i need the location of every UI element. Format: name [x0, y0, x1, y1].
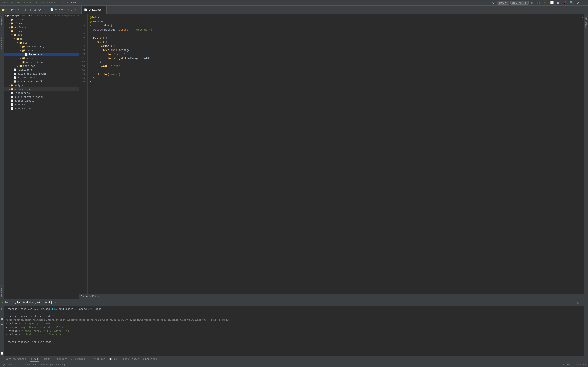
tree-item-hvigor-root[interactable]: ▶ 📁 hvigor: [4, 83, 79, 87]
tree-item-entry[interactable]: ▼ 📁 entry: [4, 29, 79, 33]
tree-item-gitignore-entry[interactable]: 📄 .gitignore: [4, 68, 79, 72]
tree-item-src[interactable]: ▼ 📁 src: [4, 33, 79, 37]
run-button[interactable]: ▶: [530, 0, 534, 5]
gear-icon-btn[interactable]: ⚙: [37, 8, 42, 12]
breadcrumb-index[interactable]: Index: [81, 295, 88, 298]
bottom-tab-log[interactable]: 📋 Log: [107, 357, 119, 361]
tree-item-hvigorfile-root[interactable]: 📄 hvigorfile.ts: [4, 99, 79, 103]
profile-button[interactable]: ⚡: [543, 1, 548, 5]
editor-tabs-menu-button[interactable]: ⋯: [582, 8, 586, 12]
bottom-tab-version-control[interactable]: ⬆ Version Control: [2, 357, 29, 361]
bottom-tab-todo[interactable]: ☑ TODO: [40, 357, 51, 361]
breadcrumb-item-2[interactable]: src: [35, 1, 39, 4]
tree-item-resources[interactable]: ▶ 📁 resources: [4, 56, 79, 60]
tree-label-ohpackage: oh-package.json5: [17, 80, 42, 83]
breadcrumb-item-0[interactable]: MyApplication: [2, 1, 21, 4]
breadcrumb-entry[interactable]: Entry: [92, 295, 99, 298]
bottom-tab-problems[interactable]: ⚠ Problems: [52, 357, 69, 361]
tree-item-entryability[interactable]: ▶ 📁 entryability: [4, 45, 79, 49]
tree-item-modulejson5[interactable]: 📋 module.json5: [4, 60, 79, 64]
editor-content: 12345 678910 1112131415 1617 @Entry @Com…: [79, 14, 584, 294]
breadcrumb-item-4[interactable]: ets: [51, 1, 56, 4]
indent[interactable]: 2 spaces: [576, 364, 586, 366]
tree-item-hvigor[interactable]: ▶ 📁 .hvigor: [4, 18, 79, 22]
bottom-tab-terminal[interactable]: ▸_ Terminal: [69, 357, 88, 361]
tree-label-entryability: entryability: [26, 45, 44, 48]
bottom-tab-run[interactable]: ▶ Run: [30, 357, 40, 362]
run-panel-filter-btn[interactable]: 📋: [0, 351, 4, 355]
encoding[interactable]: UTF-8: [566, 364, 573, 366]
tree-item-hvigorfilets[interactable]: 📄 hvigorfile.ts: [4, 76, 79, 80]
locate-file-button[interactable]: ◎: [33, 8, 37, 12]
bottom-tab-code-linter-label: Code Linter: [123, 358, 139, 361]
code-editor[interactable]: @Entry @Component struct Index { @State …: [88, 14, 581, 294]
bottom-tab-run-label: Run: [33, 358, 38, 360]
project-tree: ▼ 📁 MyApplication ~/DevEcoStudioProjects…: [4, 14, 79, 299]
breadcrumb-sep: ›: [22, 1, 24, 4]
tree-item-appscope[interactable]: ▶ 📁 AppScope: [4, 25, 79, 29]
tree-label-ohostest: ohosTest: [23, 65, 35, 68]
arrow-icon: ▶: [16, 65, 19, 67]
bottom-tab-code-linter[interactable]: ✓ Code Linter: [119, 357, 141, 361]
tree-item-buildprofile[interactable]: 📋 build-profile.json5: [4, 72, 79, 76]
no-devices-selector[interactable]: No Devices ▼: [510, 1, 529, 5]
bottom-tab-services[interactable]: ⚙ Services: [141, 357, 159, 361]
tree-item-ohpackage[interactable]: 📋 oh-package.json5: [4, 80, 79, 83]
tree-label-hvigorwbat: hvigorw.bat: [15, 107, 31, 110]
tree-item-gitignore-root[interactable]: 📄 .gitignore: [4, 91, 79, 95]
sync-status: Sync project finished in 6 s 589 ms (mom…: [2, 364, 67, 366]
settings-icon-btn[interactable]: ⚙: [491, 1, 496, 5]
tree-item-hvigorw[interactable]: 📄 hvigorw: [4, 103, 79, 107]
tab-indexets[interactable]: 📄 Index.ets ✕: [82, 6, 107, 14]
collapse-all-button[interactable]: ⊟: [23, 8, 27, 12]
run-panel-stop-btn[interactable]: ⏹: [0, 317, 4, 321]
tree-item-buildprofile-root[interactable]: 📋 build-profile.json5: [4, 95, 79, 99]
more-button[interactable]: ⋯: [581, 1, 586, 5]
tree-item-main[interactable]: ▼ 📁 main: [4, 37, 79, 41]
tree-item-oh-modules[interactable]: ▶ 📁 oh_modules: [4, 87, 79, 91]
vtab-previewer[interactable]: Previewer: [585, 15, 588, 30]
tab-indexets-close[interactable]: ✕: [103, 9, 104, 11]
breadcrumb-item-1[interactable]: entry: [24, 1, 32, 4]
coverage-button[interactable]: 📊: [549, 1, 555, 5]
tree-item-ohostest[interactable]: ▶ 📁 ohosTest: [4, 64, 79, 68]
bottom-tab-profiler[interactable]: ⏱ Profiler: [89, 357, 107, 361]
vtab-project[interactable]: Project: [0, 14, 4, 27]
run-tab-myapp[interactable]: MyApplication [build init] ✕: [12, 300, 57, 305]
run-panel-settings-button[interactable]: ⚙: [576, 300, 580, 305]
run-panel-run-btn[interactable]: ▶: [0, 307, 4, 311]
debug-button[interactable]: 🐞: [536, 1, 541, 5]
tree-label-buildprofile: build-profile.json5: [17, 73, 46, 75]
expand-all-button[interactable]: ⊞: [28, 8, 32, 12]
tree-item-ets[interactable]: ▼ 📁 ets: [4, 41, 79, 45]
breadcrumb-item-6[interactable]: Index.ets: [69, 1, 82, 4]
output-line-init: > hvigor Finished ::init... after 1 ms: [6, 333, 582, 336]
project-dropdown-icon[interactable]: ▼: [18, 8, 19, 11]
breadcrumb-item-3[interactable]: main: [42, 1, 48, 4]
device-manager-button[interactable]: 📱: [562, 1, 567, 5]
run-panel-hide-button[interactable]: —: [582, 300, 586, 305]
line-col[interactable]: 1:1: [560, 364, 564, 366]
run-panel-clear-btn[interactable]: 🗑: [0, 321, 4, 325]
breadcrumb-item-5[interactable]: pages: [59, 1, 66, 4]
tree-item-hvigorwbat[interactable]: 📄 hvigorw.bat: [4, 107, 79, 111]
entry-selector[interactable]: entry ▼: [497, 1, 509, 5]
run-panel-scroll-btn[interactable]: ↓: [0, 312, 3, 316]
output-line-node: /Users/zhousg/nodejs/bin/node /Users/zho…: [6, 318, 582, 322]
tab-entryability-close[interactable]: ✕: [78, 8, 79, 11]
tree-item-myapp[interactable]: ▼ 📁 MyApplication ~/DevEcoStudioProjects…: [4, 14, 79, 18]
file-ets-icon: 📄: [25, 53, 28, 56]
folder-icon: 📁: [19, 41, 22, 44]
stop-button[interactable]: ⏹: [556, 1, 561, 5]
tree-item-idea[interactable]: ▶ 📁 .idea: [4, 22, 79, 25]
hide-panel-button[interactable]: —: [42, 8, 47, 12]
tab-entryability[interactable]: 📄 EntryAbility.ts ✕: [48, 6, 82, 14]
run-tab-close[interactable]: ✕: [55, 301, 56, 304]
search-button[interactable]: 🔍: [569, 1, 574, 5]
tree-item-indexets[interactable]: 📄 Index.ets: [4, 52, 79, 56]
title-bar: MyApplication › entry › src › main › ets…: [0, 0, 588, 6]
vtab-bookmarks[interactable]: Bookmarks: [0, 283, 4, 299]
settings-button[interactable]: ⚙: [576, 1, 580, 5]
vtab-structure[interactable]: Structure: [0, 35, 4, 51]
tree-item-pages[interactable]: ▼ 📁 pages: [4, 49, 79, 52]
